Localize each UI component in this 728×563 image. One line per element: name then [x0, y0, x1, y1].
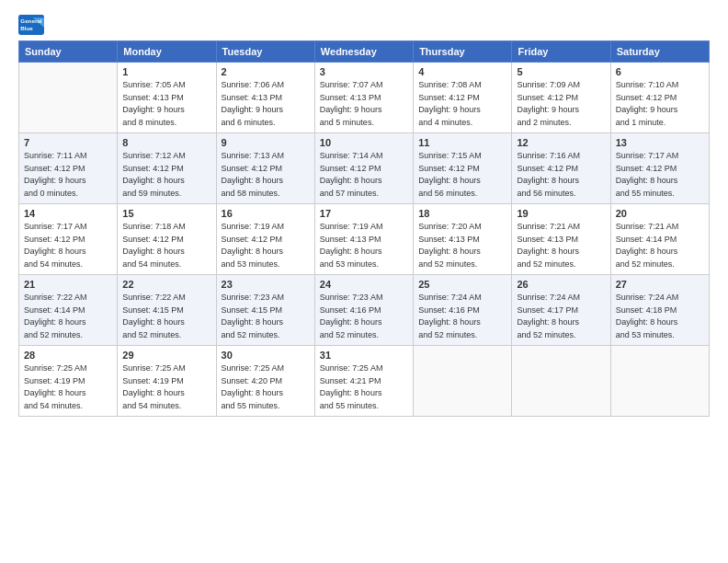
day-number: 10 — [320, 137, 408, 148]
day-info: Sunrise: 7:16 AMSunset: 4:12 PMDaylight:… — [517, 150, 605, 200]
calendar-cell — [414, 346, 512, 417]
day-header-thursday: Thursday — [414, 41, 512, 63]
calendar-cell: 4Sunrise: 7:08 AMSunset: 4:12 PMDaylight… — [414, 63, 512, 133]
day-header-wednesday: Wednesday — [314, 41, 413, 63]
calendar-cell: 11Sunrise: 7:15 AMSunset: 4:12 PMDayligh… — [414, 133, 512, 204]
day-info: Sunrise: 7:11 AMSunset: 4:12 PMDaylight:… — [24, 150, 112, 200]
calendar-cell: 10Sunrise: 7:14 AMSunset: 4:12 PMDayligh… — [314, 133, 413, 204]
calendar-cell: 7Sunrise: 7:11 AMSunset: 4:12 PMDaylight… — [19, 133, 118, 204]
day-header-monday: Monday — [118, 41, 216, 63]
day-info: Sunrise: 7:18 AMSunset: 4:12 PMDaylight:… — [122, 221, 210, 270]
day-info: Sunrise: 7:23 AMSunset: 4:16 PMDaylight:… — [320, 292, 408, 341]
calendar-cell: 23Sunrise: 7:23 AMSunset: 4:15 PMDayligh… — [216, 275, 314, 346]
day-number: 1 — [122, 66, 210, 77]
logo: General Blue — [18, 15, 44, 35]
calendar-cell: 30Sunrise: 7:25 AMSunset: 4:20 PMDayligh… — [216, 346, 314, 417]
day-header-sunday: Sunday — [19, 41, 118, 63]
calendar-cell: 14Sunrise: 7:17 AMSunset: 4:12 PMDayligh… — [19, 204, 118, 275]
day-number: 14 — [24, 208, 112, 219]
week-row-3: 21Sunrise: 7:22 AMSunset: 4:14 PMDayligh… — [19, 275, 710, 346]
day-info: Sunrise: 7:25 AMSunset: 4:19 PMDaylight:… — [122, 362, 210, 412]
day-number: 17 — [320, 208, 408, 219]
day-number: 23 — [222, 279, 310, 290]
day-info: Sunrise: 7:20 AMSunset: 4:13 PMDaylight:… — [418, 221, 506, 270]
calendar-cell: 17Sunrise: 7:19 AMSunset: 4:13 PMDayligh… — [314, 204, 413, 275]
day-info: Sunrise: 7:12 AMSunset: 4:12 PMDaylight:… — [122, 150, 210, 200]
day-number: 8 — [122, 137, 210, 148]
calendar-cell: 18Sunrise: 7:20 AMSunset: 4:13 PMDayligh… — [414, 204, 512, 275]
calendar-cell — [610, 346, 709, 417]
header: General Blue — [18, 15, 710, 35]
day-info: Sunrise: 7:25 AMSunset: 4:21 PMDaylight:… — [320, 362, 408, 412]
week-row-4: 28Sunrise: 7:25 AMSunset: 4:19 PMDayligh… — [19, 346, 710, 417]
day-number: 24 — [320, 279, 408, 290]
day-number: 6 — [616, 66, 704, 77]
day-info: Sunrise: 7:15 AMSunset: 4:12 PMDaylight:… — [418, 150, 506, 200]
day-number: 31 — [320, 350, 408, 361]
day-info: Sunrise: 7:07 AMSunset: 4:13 PMDaylight:… — [320, 79, 408, 129]
calendar-cell: 24Sunrise: 7:23 AMSunset: 4:16 PMDayligh… — [314, 275, 413, 346]
week-row-2: 14Sunrise: 7:17 AMSunset: 4:12 PMDayligh… — [19, 204, 710, 275]
calendar-cell: 3Sunrise: 7:07 AMSunset: 4:13 PMDaylight… — [314, 63, 413, 133]
calendar-cell: 21Sunrise: 7:22 AMSunset: 4:14 PMDayligh… — [19, 275, 118, 346]
calendar-cell: 12Sunrise: 7:16 AMSunset: 4:12 PMDayligh… — [512, 133, 610, 204]
day-info: Sunrise: 7:25 AMSunset: 4:19 PMDaylight:… — [24, 362, 112, 412]
day-number: 9 — [222, 137, 310, 148]
day-number: 28 — [24, 350, 112, 361]
day-number: 25 — [418, 279, 506, 290]
day-number: 11 — [418, 137, 506, 148]
calendar-cell: 5Sunrise: 7:09 AMSunset: 4:12 PMDaylight… — [512, 63, 610, 133]
day-header-tuesday: Tuesday — [216, 41, 314, 63]
day-info: Sunrise: 7:22 AMSunset: 4:14 PMDaylight:… — [24, 292, 112, 341]
svg-text:Blue: Blue — [20, 25, 33, 31]
day-info: Sunrise: 7:21 AMSunset: 4:13 PMDaylight:… — [517, 221, 605, 270]
calendar-cell — [19, 63, 118, 133]
day-number: 19 — [517, 208, 605, 219]
day-number: 5 — [517, 66, 605, 77]
logo-icon: General Blue — [18, 15, 44, 35]
day-number: 29 — [122, 350, 210, 361]
day-info: Sunrise: 7:17 AMSunset: 4:12 PMDaylight:… — [24, 221, 112, 270]
calendar-cell: 16Sunrise: 7:19 AMSunset: 4:12 PMDayligh… — [216, 204, 314, 275]
day-info: Sunrise: 7:13 AMSunset: 4:12 PMDaylight:… — [222, 150, 310, 200]
day-number: 15 — [122, 208, 210, 219]
day-number: 13 — [616, 137, 704, 148]
page: General Blue SundayMondayTuesdayWednesda… — [0, 0, 728, 563]
calendar-cell: 22Sunrise: 7:22 AMSunset: 4:15 PMDayligh… — [118, 275, 216, 346]
calendar-cell: 31Sunrise: 7:25 AMSunset: 4:21 PMDayligh… — [314, 346, 413, 417]
day-number: 30 — [222, 350, 310, 361]
day-info: Sunrise: 7:24 AMSunset: 4:17 PMDaylight:… — [517, 292, 605, 341]
calendar-cell: 26Sunrise: 7:24 AMSunset: 4:17 PMDayligh… — [512, 275, 610, 346]
day-info: Sunrise: 7:06 AMSunset: 4:13 PMDaylight:… — [222, 79, 310, 129]
day-number: 2 — [222, 66, 310, 77]
week-row-0: 1Sunrise: 7:05 AMSunset: 4:13 PMDaylight… — [19, 63, 710, 133]
day-number: 7 — [24, 137, 112, 148]
calendar-cell: 8Sunrise: 7:12 AMSunset: 4:12 PMDaylight… — [118, 133, 216, 204]
calendar-cell: 15Sunrise: 7:18 AMSunset: 4:12 PMDayligh… — [118, 204, 216, 275]
day-info: Sunrise: 7:19 AMSunset: 4:13 PMDaylight:… — [320, 221, 408, 270]
calendar-cell: 1Sunrise: 7:05 AMSunset: 4:13 PMDaylight… — [118, 63, 216, 133]
day-number: 12 — [517, 137, 605, 148]
day-info: Sunrise: 7:09 AMSunset: 4:12 PMDaylight:… — [517, 79, 605, 129]
day-info: Sunrise: 7:24 AMSunset: 4:16 PMDaylight:… — [418, 292, 506, 341]
calendar-cell: 25Sunrise: 7:24 AMSunset: 4:16 PMDayligh… — [414, 275, 512, 346]
calendar: SundayMondayTuesdayWednesdayThursdayFrid… — [18, 40, 710, 417]
day-info: Sunrise: 7:17 AMSunset: 4:12 PMDaylight:… — [616, 150, 704, 200]
calendar-cell: 19Sunrise: 7:21 AMSunset: 4:13 PMDayligh… — [512, 204, 610, 275]
calendar-cell — [512, 346, 610, 417]
calendar-cell: 27Sunrise: 7:24 AMSunset: 4:18 PMDayligh… — [610, 275, 709, 346]
day-info: Sunrise: 7:05 AMSunset: 4:13 PMDaylight:… — [122, 79, 210, 129]
calendar-cell: 28Sunrise: 7:25 AMSunset: 4:19 PMDayligh… — [19, 346, 118, 417]
day-info: Sunrise: 7:19 AMSunset: 4:12 PMDaylight:… — [222, 221, 310, 270]
day-info: Sunrise: 7:14 AMSunset: 4:12 PMDaylight:… — [320, 150, 408, 200]
day-number: 22 — [122, 279, 210, 290]
week-row-1: 7Sunrise: 7:11 AMSunset: 4:12 PMDaylight… — [19, 133, 710, 204]
day-header-saturday: Saturday — [610, 41, 709, 63]
day-info: Sunrise: 7:22 AMSunset: 4:15 PMDaylight:… — [122, 292, 210, 341]
day-info: Sunrise: 7:21 AMSunset: 4:14 PMDaylight:… — [616, 221, 704, 270]
day-info: Sunrise: 7:10 AMSunset: 4:12 PMDaylight:… — [616, 79, 704, 129]
day-info: Sunrise: 7:08 AMSunset: 4:12 PMDaylight:… — [418, 79, 506, 129]
day-info: Sunrise: 7:23 AMSunset: 4:15 PMDaylight:… — [222, 292, 310, 341]
calendar-cell: 13Sunrise: 7:17 AMSunset: 4:12 PMDayligh… — [610, 133, 709, 204]
day-number: 18 — [418, 208, 506, 219]
